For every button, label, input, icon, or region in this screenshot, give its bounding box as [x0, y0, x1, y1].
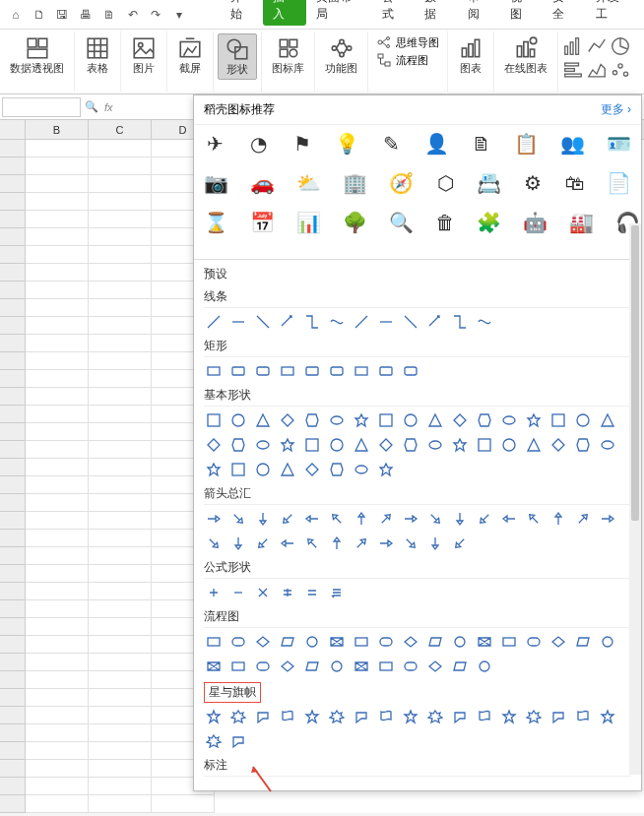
shape-arrows-14[interactable] — [548, 509, 568, 529]
shape-flowchart-18[interactable] — [228, 657, 248, 676]
shape-stars-16[interactable] — [598, 707, 617, 726]
shape-arrows-4[interactable] — [302, 509, 322, 529]
qat-redo-icon[interactable]: ↷ — [148, 6, 165, 24]
shape-flowchart-25[interactable] — [401, 657, 420, 676]
shape-flowchart-3[interactable] — [278, 632, 297, 652]
shape-flowchart-19[interactable] — [253, 657, 273, 676]
tab-review[interactable]: 审阅 — [458, 0, 500, 29]
shape-basic-5[interactable] — [327, 410, 347, 430]
tab-insert[interactable]: 插入 — [263, 0, 305, 26]
shape-arrows-10[interactable] — [450, 509, 470, 529]
rec-note-icon[interactable]: 📄 — [607, 170, 631, 196]
shape-flowchart-5[interactable] — [327, 632, 347, 652]
shape-equation-5[interactable] — [327, 583, 347, 602]
shape-basic-32[interactable] — [573, 435, 593, 455]
qat-print-icon[interactable]: 🖶 — [77, 6, 95, 24]
shape-stars-7[interactable] — [376, 707, 396, 726]
shape-stars-9[interactable] — [425, 707, 445, 726]
shape-stars-6[interactable] — [352, 707, 371, 726]
rec-camera-icon[interactable]: 📷 — [204, 170, 228, 196]
shape-basic-25[interactable] — [401, 435, 420, 455]
ribbon-chart-button[interactable]: 图表 — [452, 33, 489, 78]
shape-basic-19[interactable] — [253, 435, 273, 455]
shape-flowchart-1[interactable] — [228, 632, 248, 652]
shape-basic-38[interactable] — [302, 460, 322, 479]
qat-save-icon[interactable]: 🖫 — [54, 6, 72, 24]
shape-rects-7[interactable] — [376, 361, 396, 381]
shape-rects-8[interactable] — [401, 361, 420, 381]
shape-lines-10[interactable] — [450, 312, 470, 332]
rec-id-card-icon[interactable]: 🪪 — [607, 131, 631, 157]
shape-arrows-20[interactable] — [278, 534, 297, 553]
shape-stars-14[interactable] — [548, 707, 568, 726]
shape-stars-2[interactable] — [253, 707, 273, 726]
shape-basic-35[interactable] — [228, 460, 248, 479]
rec-building-icon[interactable]: 🏢 — [343, 170, 367, 196]
ribbon-mindmap-button[interactable]: 思维导图 — [372, 33, 443, 51]
shape-flowchart-26[interactable] — [425, 657, 445, 676]
qat-dropdown-icon[interactable]: ▾ — [170, 6, 188, 24]
shape-flowchart-13[interactable] — [524, 632, 544, 652]
shape-basic-30[interactable] — [524, 435, 544, 455]
shape-flowchart-14[interactable] — [548, 632, 568, 652]
shape-basic-2[interactable] — [253, 410, 273, 430]
shape-arrows-19[interactable] — [253, 534, 273, 553]
rec-clipboard-icon[interactable]: 📋 — [514, 131, 539, 157]
shape-stars-15[interactable] — [573, 707, 593, 726]
col-header-b[interactable]: B — [26, 120, 89, 139]
shape-rects-3[interactable] — [278, 361, 297, 381]
shape-rects-4[interactable] — [302, 361, 322, 381]
rec-presentation-icon[interactable]: 📊 — [296, 210, 321, 235]
shape-arrows-7[interactable] — [376, 509, 396, 529]
shape-arrows-11[interactable] — [475, 509, 494, 529]
shape-arrows-18[interactable] — [228, 534, 248, 553]
shape-lines-0[interactable] — [204, 312, 224, 332]
shape-arrows-6[interactable] — [352, 509, 371, 529]
shape-basic-40[interactable] — [352, 460, 371, 479]
col-header-c[interactable]: C — [89, 120, 152, 139]
shape-basic-26[interactable] — [425, 435, 445, 455]
shape-stars-8[interactable] — [401, 707, 420, 726]
shape-flowchart-9[interactable] — [425, 632, 445, 652]
shape-stars-4[interactable] — [302, 707, 322, 726]
shape-flowchart-11[interactable] — [475, 632, 494, 652]
shape-lines-9[interactable] — [425, 312, 445, 332]
shape-arrows-12[interactable] — [499, 509, 519, 529]
chart-small-icon-4[interactable] — [562, 59, 584, 81]
shape-basic-21[interactable] — [302, 435, 322, 455]
shape-basic-23[interactable] — [352, 435, 371, 455]
qat-open-icon[interactable]: 🗋 — [31, 6, 48, 24]
shape-lines-3[interactable] — [278, 312, 297, 332]
shape-basic-1[interactable] — [228, 410, 248, 430]
shape-basic-9[interactable] — [425, 410, 445, 430]
shape-flowchart-8[interactable] — [401, 632, 420, 652]
rec-gear-icon[interactable]: ⚙ — [523, 170, 543, 196]
fx-icon[interactable]: fx — [104, 101, 113, 113]
shape-arrows-23[interactable] — [352, 534, 371, 553]
rec-robot-icon[interactable]: 🤖 — [523, 210, 547, 235]
rec-compass-icon[interactable]: 🧭 — [389, 170, 414, 196]
shape-lines-1[interactable] — [228, 312, 248, 332]
shape-arrows-8[interactable] — [401, 509, 420, 529]
shape-flowchart-0[interactable] — [204, 632, 224, 652]
shape-basic-12[interactable] — [499, 410, 519, 430]
shape-arrows-22[interactable] — [327, 534, 347, 553]
ribbon-flowchart-button[interactable]: 流程图 — [372, 51, 443, 69]
shape-lines-4[interactable] — [302, 312, 322, 332]
chart-small-icon-1[interactable] — [562, 35, 584, 57]
panel-scrollbar[interactable] — [629, 223, 641, 775]
shape-basic-16[interactable] — [598, 410, 617, 430]
shape-basic-37[interactable] — [278, 460, 297, 479]
shape-lines-8[interactable] — [401, 312, 420, 332]
shape-rects-6[interactable] — [352, 361, 371, 381]
rec-person-icon[interactable]: 👤 — [424, 131, 449, 157]
rec-calendar-icon[interactable]: 📅 — [250, 210, 275, 235]
shape-stars-5[interactable] — [327, 707, 347, 726]
shape-flowchart-15[interactable] — [573, 632, 593, 652]
panel-scrollbar-thumb[interactable] — [631, 225, 639, 521]
shape-arrows-3[interactable] — [278, 509, 297, 529]
rec-flag-icon[interactable]: ⚑ — [290, 131, 312, 157]
shape-arrows-13[interactable] — [524, 509, 544, 529]
shape-arrows-21[interactable] — [302, 534, 322, 553]
shape-flowchart-6[interactable] — [352, 632, 371, 652]
